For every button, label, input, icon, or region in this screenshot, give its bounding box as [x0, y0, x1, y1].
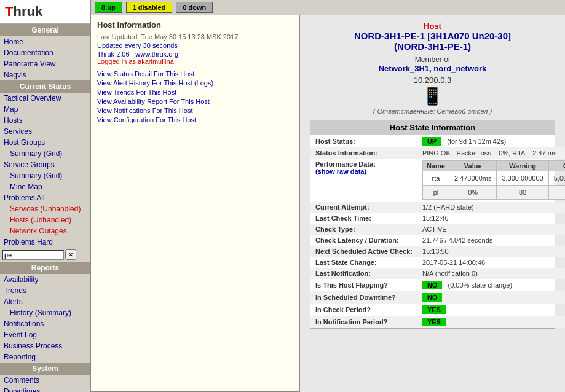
sidebar-item-downtimes[interactable]: Downtimes — [0, 386, 90, 392]
popup-link-availability[interactable]: View Availability Report For This Host — [97, 98, 293, 105]
table-row: Performance Data: (show raw data) Name V… — [310, 159, 565, 202]
sidebar-item-map[interactable]: Map — [0, 104, 90, 115]
table-row: Current Attempt: 1/2 (HARD state) — [310, 202, 565, 213]
sidebar-item-services-unhandled[interactable]: Services (Unhandled) — [0, 203, 90, 214]
sidebar-search-area: ✕ — [0, 248, 90, 262]
check-period-badge: YES — [422, 305, 446, 314]
popup-logged-in: Logged in as akarimullina — [97, 58, 293, 65]
label-last-notification: Last Notification: — [310, 268, 417, 279]
perf-col-name: Name — [422, 161, 449, 171]
popup-links: View Status Detail For This Host View Al… — [97, 70, 293, 123]
sidebar-item-panorama[interactable]: Panorama View — [0, 58, 90, 69]
sidebar-item-comments[interactable]: Comments — [0, 375, 90, 386]
perf-row-pl: pl 0% 80 100 0 — [422, 186, 565, 200]
label-check-period: In Check Period? — [310, 304, 417, 316]
logo-text: Thruk — [5, 4, 42, 19]
popup-title: Host Information — [97, 20, 293, 29]
flapping-badge: NO — [422, 281, 443, 289]
table-row: Is This Host Flapping? NO (0.00% state c… — [310, 279, 565, 291]
popup-link-trends[interactable]: View Trends For This Host — [97, 88, 293, 96]
popup-update-interval: Updated every 30 seconds — [97, 42, 293, 49]
sidebar-logo: Thruk — [0, 0, 90, 24]
host-status-duration: (for 9d 1h 12m 42s) — [447, 138, 506, 145]
label-next-check: Next Scheduled Active Check: — [310, 246, 417, 257]
sidebar-item-history-summary[interactable]: History (Summary) — [0, 307, 90, 318]
sidebar-item-trends[interactable]: Trends — [0, 285, 90, 296]
table-row: Next Scheduled Active Check: 15:13:50 — [310, 246, 565, 257]
sidebar: Thruk General Home Documentation Panoram… — [0, 0, 91, 392]
sidebar-item-host-groups[interactable]: Host Groups — [0, 137, 90, 148]
value-check-type: ACTIVE — [417, 224, 565, 235]
value-scheduled-downtime: NO — [417, 291, 565, 304]
table-row: In Notification Period? YES — [310, 316, 565, 328]
value-check-period: YES — [417, 304, 565, 316]
sidebar-item-hosts[interactable]: Hosts — [0, 115, 90, 126]
sidebar-item-problems-hard[interactable]: Problems Hard — [0, 237, 90, 248]
content-area: Host Information Last Updated: Tue May 3… — [91, 15, 565, 392]
flapping-extra: (0.00% state change) — [448, 281, 512, 289]
perf-name-pl: pl — [422, 186, 449, 200]
table-row: Last State Change: 2017-05-21 14:00:46 — [310, 257, 565, 268]
popup-link-notifications[interactable]: View Notifications For This Host — [97, 107, 293, 114]
label-last-state-change: Last State Change: — [310, 257, 417, 268]
section-current-status: Current Status — [0, 80, 90, 93]
btn-down[interactable]: 0 down — [176, 2, 213, 13]
sidebar-item-documentation[interactable]: Documentation — [0, 47, 90, 58]
sidebar-item-hg-summary[interactable]: Summary (Grid) — [0, 148, 90, 159]
sidebar-item-problems-all[interactable]: Problems All — [0, 192, 90, 203]
host-ip: 10.200.0.3 — [310, 76, 555, 85]
sidebar-item-services[interactable]: Services — [0, 126, 90, 137]
perf-warning-rta: 3,000.000000 — [497, 171, 548, 186]
perf-value-rta: 2.473000ms — [449, 171, 497, 186]
btn-disabled[interactable]: 1 disabled — [126, 2, 173, 13]
sidebar-item-service-groups[interactable]: Service Groups — [0, 159, 90, 170]
search-input[interactable] — [2, 250, 64, 260]
sidebar-item-notifications[interactable]: Notifications — [0, 318, 90, 329]
value-notification-period: YES — [417, 316, 565, 328]
sidebar-item-network-outages[interactable]: Network Outages — [0, 225, 90, 237]
perf-value-pl: 0% — [449, 186, 497, 200]
value-current-attempt: 1/2 (HARD state) — [417, 202, 565, 213]
value-last-notification: N/A (notification 0) — [417, 268, 565, 279]
host-label: Host — [310, 22, 555, 31]
label-flapping: Is This Host Flapping? — [310, 279, 417, 291]
value-perf-data: Name Value Warning Critical Minimum — [417, 159, 565, 202]
state-table-wrapper: Host State Information Host Status: UP (… — [310, 120, 555, 329]
label-check-latency: Check Latency / Duration: — [310, 235, 417, 246]
perf-critical-rta: 5,000.000000 — [548, 171, 565, 186]
table-row: Status Information: PING OK - Packet los… — [310, 147, 565, 159]
btn-up[interactable]: 8 up — [95, 2, 122, 13]
sidebar-item-nagvis[interactable]: Nagvis — [0, 69, 90, 80]
sidebar-item-availability[interactable]: Availability — [0, 274, 90, 285]
sidebar-item-hosts-unhandled[interactable]: Hosts (Unhandled) — [0, 214, 90, 225]
value-host-status: UP (for 9d 1h 12m 42s) — [417, 135, 565, 147]
popup-link-configuration[interactable]: View Configuration For This Host — [97, 116, 293, 123]
popup-link-alert-history[interactable]: View Alert History For This Host (Logs) — [97, 79, 293, 87]
popup-last-updated: Last Updated: Tue May 30 15:13:28 MSK 20… — [97, 33, 293, 41]
table-row: Check Type: ACTIVE — [310, 224, 565, 235]
sidebar-item-reporting[interactable]: Reporting — [0, 351, 90, 363]
perf-col-critical: Critical — [548, 161, 565, 171]
sidebar-item-home[interactable]: Home — [0, 36, 90, 47]
value-flapping: NO (0.00% state change) — [417, 279, 565, 291]
sidebar-item-business-process[interactable]: Business Process — [0, 340, 90, 351]
label-host-status: Host Status: — [310, 135, 417, 147]
sidebar-item-alerts[interactable]: Alerts — [0, 296, 90, 307]
label-perf-data: Performance Data: (show raw data) — [310, 159, 417, 202]
sidebar-item-sg-summary[interactable]: Summary (Grid) — [0, 170, 90, 181]
sidebar-item-event-log[interactable]: Event Log — [0, 329, 90, 340]
section-general: General — [0, 24, 90, 36]
popup-link-status-detail[interactable]: View Status Detail For This Host — [97, 70, 293, 77]
downtime-badge: NO — [422, 293, 443, 302]
popup-version-link[interactable]: Thruk 2.06 - www.thruk.org — [97, 50, 178, 58]
sidebar-item-tactical-overview[interactable]: Tactical Overview — [0, 93, 90, 104]
label-status-info: Status Information: — [310, 147, 417, 159]
value-check-latency: 21.746 / 4.042 seconds — [417, 235, 565, 246]
value-next-check: 15:13:50 — [417, 246, 565, 257]
host-title-block: Host NORD-3H1-PE-1 [3H1A070 Un20-30] (NO… — [310, 22, 555, 115]
show-raw-data-link[interactable]: (show raw data) — [315, 168, 366, 175]
search-clear-button[interactable]: ✕ — [65, 249, 76, 260]
label-check-type: Check Type: — [310, 224, 417, 235]
sidebar-item-mine-map[interactable]: Mine Map — [0, 181, 90, 192]
host-name-line1: NORD-3H1-PE-1 [3H1A070 Un20-30] — [310, 31, 555, 41]
